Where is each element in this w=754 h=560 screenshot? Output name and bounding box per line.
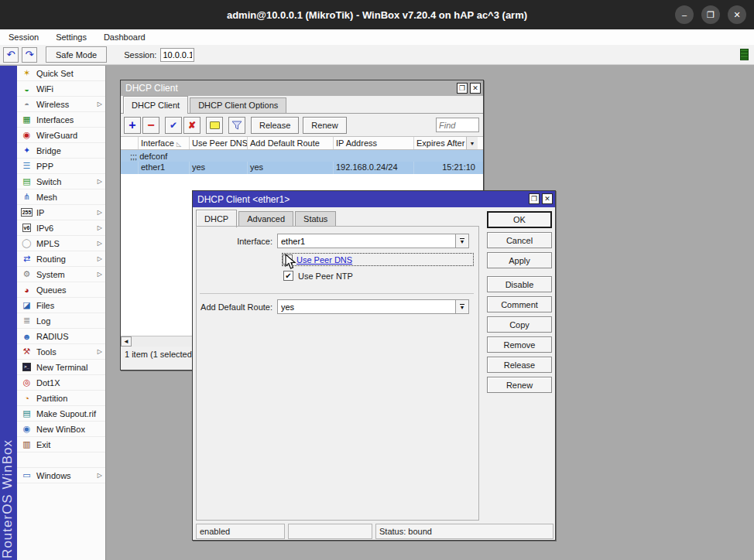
tab-advanced[interactable]: Advanced [238, 211, 293, 227]
sidebar-item-label: Quick Set [36, 69, 74, 78]
menu-dashboard[interactable]: Dashboard [95, 29, 154, 45]
tab-dhcp[interactable]: DHCP [196, 210, 237, 227]
sidebar-item-new-winbox[interactable]: ◉New WinBox [17, 422, 105, 437]
sidebar-item-queues[interactable]: ◕Queues [17, 282, 105, 298]
cancel-button[interactable]: Cancel [487, 232, 552, 248]
use-peer-dns-label[interactable]: Use Peer DNS [296, 255, 352, 265]
sidebar-item-make-supout[interactable]: ▤Make Supout.rif [17, 406, 105, 422]
remove-button[interactable]: − [142, 117, 159, 134]
add-default-route-dropdown-button[interactable]: ▼ [456, 299, 469, 314]
dropdown-arrow-icon: ▼ [460, 238, 465, 244]
ok-button[interactable]: OK [487, 211, 552, 228]
sidebar-item-label: Tools [36, 347, 57, 357]
use-peer-ntp-label[interactable]: Use Peer NTP [298, 271, 353, 281]
dhcp-client-window-titlebar[interactable]: DHCP Client ❐ ✕ [121, 80, 483, 96]
cell-use-peer-dns: yes [190, 162, 248, 174]
column-header-expires-after[interactable]: Expires After [414, 137, 466, 149]
maximize-icon[interactable]: ❐ [457, 83, 468, 94]
select-column-header[interactable] [121, 137, 139, 149]
table-header-row: Interface ◺ Use Peer DNS Add Default Rou… [121, 137, 483, 150]
sidebar-item-system[interactable]: ⚙System▷ [17, 267, 105, 282]
dhcp-client-tabs: DHCP Client DHCP Client Options [121, 96, 483, 114]
interface-dropdown-button[interactable]: ▼ [456, 234, 469, 248]
renew-button[interactable]: Renew [303, 117, 346, 134]
comment-button[interactable]: Comment [487, 296, 552, 312]
undo-button[interactable]: ↶ [3, 47, 19, 63]
tab-dhcp-client-options[interactable]: DHCP Client Options [190, 97, 286, 113]
sidebar-item-radius[interactable]: ☻RADIUS [17, 329, 105, 344]
scroll-left-icon[interactable]: ◄ [121, 336, 132, 347]
use-peer-ntp-checkbox[interactable]: ✔ [283, 271, 293, 281]
session-input[interactable] [160, 48, 194, 62]
column-select-button[interactable]: ▼ [466, 137, 478, 149]
undo-icon: ↶ [7, 49, 15, 60]
column-header-ip-address[interactable]: IP Address [334, 137, 414, 149]
release-button[interactable]: Release [251, 117, 299, 134]
add-icon: + [129, 118, 135, 132]
sidebar-item-dot1x[interactable]: ◎Dot1X [17, 375, 105, 391]
sidebar-item-interfaces[interactable]: ▦Interfaces [17, 112, 105, 128]
partition-icon: ◔ [21, 393, 33, 404]
sidebar-item-bridge[interactable]: ✦Bridge [17, 143, 105, 159]
dialog-titlebar[interactable]: DHCP Client <ether1> ❐ ✕ [193, 191, 555, 207]
sidebar-item-tools[interactable]: ⚒Tools▷ [17, 344, 105, 360]
minimize-icon[interactable]: – [675, 5, 694, 24]
interface-input[interactable] [277, 234, 456, 248]
sidebar-item-ip[interactable]: 255IP▷ [17, 205, 105, 220]
add-button[interactable]: + [124, 117, 141, 134]
sidebar-item-files[interactable]: ◪Files [17, 298, 105, 313]
find-input[interactable] [436, 118, 479, 132]
sidebar-item-mesh[interactable]: ⋔Mesh [17, 190, 105, 205]
disable-icon: ✘ [188, 120, 196, 131]
comment-button[interactable] [206, 117, 223, 134]
release-button[interactable]: Release [487, 357, 552, 373]
sidebar-item-label: RADIUS [36, 332, 69, 341]
terminal-icon: >_ [21, 362, 33, 373]
apply-button[interactable]: Apply [487, 252, 552, 268]
sidebar-item-wifi[interactable]: ◒WiFi [17, 81, 105, 97]
sidebar-item-wireguard[interactable]: ◉WireGuard [17, 128, 105, 143]
maximize-icon[interactable]: ❐ [701, 5, 720, 24]
redo-button[interactable]: ↷ [22, 47, 37, 63]
column-header-interface[interactable]: Interface ◺ [139, 137, 190, 149]
remove-button[interactable]: Remove [487, 336, 552, 353]
close-icon[interactable]: ✕ [728, 5, 746, 24]
close-icon[interactable]: ✕ [470, 83, 481, 94]
column-header-use-peer-dns[interactable]: Use Peer DNS [190, 137, 248, 149]
submenu-arrow-icon: ▷ [98, 240, 102, 247]
disable-button[interactable]: ✘ [183, 117, 200, 134]
column-header-add-default-route[interactable]: Add Default Route [248, 137, 334, 149]
menu-settings[interactable]: Settings [47, 29, 95, 45]
tab-dhcp-client[interactable]: DHCP Client [123, 96, 188, 114]
renew-button[interactable]: Renew [487, 377, 552, 393]
add-default-route-combobox: ▼ [277, 299, 469, 314]
sidebar-item-quick-set[interactable]: ✶Quick Set [17, 66, 105, 81]
sidebar-item-windows[interactable]: ▭Windows▷ [17, 468, 105, 483]
menu-session[interactable]: Session [0, 29, 47, 45]
cell-expires-after: 15:21:10 [414, 162, 478, 174]
table-row[interactable]: ether1 yes yes 192.168.0.24/24 15:21:10 [121, 162, 483, 174]
safe-mode-button[interactable]: Safe Mode [46, 46, 107, 63]
add-default-route-input[interactable] [277, 299, 456, 314]
main-toolbar: ↶ ↷ Safe Mode Session: [0, 45, 754, 65]
sidebar-item-log[interactable]: ≣Log [17, 313, 105, 329]
filter-button[interactable] [228, 117, 245, 134]
tab-status[interactable]: Status [295, 211, 336, 227]
sidebar-item-label: Queues [36, 285, 67, 295]
sidebar-item-routing[interactable]: ⇄Routing▷ [17, 251, 105, 267]
sidebar-item-exit[interactable]: ▥Exit [17, 437, 105, 452]
sidebar-item-ppp[interactable]: ☰PPP [17, 159, 105, 174]
enable-button[interactable]: ✔ [165, 117, 182, 134]
sidebar-item-wireless[interactable]: ◓Wireless▷ [17, 97, 105, 112]
sidebar-item-new-terminal[interactable]: >_New Terminal [17, 360, 105, 375]
empty-status [288, 524, 372, 539]
table-row-comment[interactable]: ;;; defconf [121, 150, 483, 162]
sidebar-item-ipv6[interactable]: v6IPv6▷ [17, 220, 105, 236]
sidebar-item-mpls[interactable]: ◯MPLS▷ [17, 236, 105, 251]
sidebar-item-partition[interactable]: ◔Partition [17, 391, 105, 406]
maximize-icon[interactable]: ❐ [529, 193, 540, 204]
sidebar-item-switch[interactable]: ▤Switch▷ [17, 174, 105, 190]
close-icon[interactable]: ✕ [542, 193, 553, 204]
disable-button[interactable]: Disable [487, 276, 552, 292]
copy-button[interactable]: Copy [487, 316, 552, 333]
